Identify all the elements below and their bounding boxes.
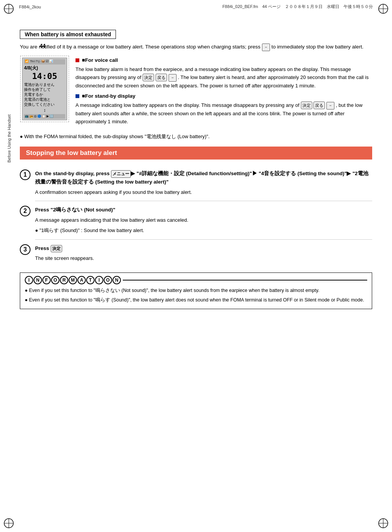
step3-description: The site screen reappears. [35, 255, 372, 263]
corner-mark-tr [378, 3, 389, 15]
info-i2: I [95, 276, 103, 284]
step1-instruction: On the stand-by display, press メニュー▶ "#詳… [35, 169, 372, 186]
right-text: ■For voice call The low battery alarm is… [76, 56, 372, 129]
step1-inner: 1 On the stand-by display, press メニュー▶ "… [20, 165, 372, 201]
step2-bullet: ● "1鳴らす (Sound)" : Sound the low battery… [35, 227, 372, 235]
modoru-key-inline: 戻る [156, 74, 167, 81]
phone-arrow: ↕ [24, 108, 65, 114]
end-key2: － [326, 102, 334, 110]
corner-mark-tl [3, 3, 14, 15]
phone-date: 4/8(火) [24, 65, 65, 71]
filename-bottom: F884i_020_BEF.fm 44 ページ ２００８年１月９日 水曜日 午後… [222, 4, 373, 10]
info-r: R [60, 276, 68, 284]
step2-number: 2 [20, 206, 31, 216]
corner-mark-bl [3, 517, 14, 529]
section1-intro: You are notified of it by a message or l… [20, 43, 372, 51]
step1-description: A confirmation screen appears asking if … [35, 189, 372, 197]
phone-status-bar: 📶 Tn i ? (- 📦 ☑ 📊 [24, 59, 65, 64]
ketei-key-inline: 決定 [143, 74, 154, 81]
phone-time: 14:05 [24, 71, 65, 82]
phone-section: 📶 Tn i ? (- 📦 ☑ 📊 4/8(火) 14:05 電池があ [20, 56, 372, 129]
information-title: I N F O R M A T I O N [25, 276, 367, 284]
phone-bottom-bar: 📺 📻 ◎ 🔵 📋 ▶ 🔢 [24, 114, 65, 119]
end-key-inline: － [169, 74, 177, 82]
section2: Stopping the low battery alert 1 On the … [20, 147, 372, 267]
section1: When battery is almost exhausted You are… [20, 30, 372, 140]
step1-number: 1 [20, 169, 31, 180]
navy-square-icon [76, 94, 79, 98]
corner-mark-br [378, 517, 389, 529]
voice-call-heading: ■For voice call [76, 57, 372, 63]
info-f: F [42, 276, 51, 284]
step3-instruction: Press 決定 [35, 244, 372, 253]
info-m: M [69, 276, 77, 284]
step3-inner: 3 Press 決定 The site screen reappears. [20, 240, 372, 267]
info-t: T [86, 276, 95, 284]
step1-wrapper: 1 On the stand-by display, press メニュー▶ "… [20, 165, 372, 201]
step2-wrapper: 2 Press "2鳴らさない (Not sound)" A message a… [20, 201, 372, 239]
stopping-heading: Stopping the low battery alert [20, 147, 372, 160]
phone-screen: 📶 Tn i ? (- 📦 ☑ 📊 4/8(火) 14:05 電池があ [22, 58, 67, 121]
info-bullet-1: ● Even if you set this function to "鳴らさな… [25, 287, 367, 294]
ketei-key-step3: 決定 [51, 245, 62, 253]
info-a: A [77, 276, 86, 284]
red-square-icon [76, 58, 79, 62]
ketei-key2: 決定 [301, 102, 312, 109]
modoru-key2: 戻る [313, 102, 325, 109]
step3-wrapper: 3 Press 決定 The site screen reappears. [20, 240, 372, 267]
menu-key: メニュー [111, 170, 131, 178]
info-i: I [25, 276, 33, 284]
top-bar: F884i_2kou F884i_020_BEF.fm 44 ページ ２００８年… [19, 4, 373, 10]
page-number: 44 [40, 43, 46, 49]
standby-heading: ■For stand-by display [76, 93, 372, 99]
info-n: N [112, 276, 121, 284]
filename-top: F884i_2kou [19, 5, 41, 9]
step1-content: On the stand-by display, press メニュー▶ "#詳… [35, 169, 372, 201]
step2-description: A message appears indicating that the lo… [35, 216, 372, 235]
information-section: I N F O R M A T I O N ● Even if you set … [20, 272, 372, 309]
foma-folded-bullet: ● With the FOMA terminal folded, the sub… [20, 133, 372, 141]
info-divider [123, 280, 367, 281]
side-label: Before Using the Handset [7, 114, 11, 163]
phone-message: 電池がありません操作を終了して充電するか充電済の電池と交換してください [24, 82, 65, 107]
info-o: O [51, 276, 59, 284]
section1-heading: When battery is almost exhausted [20, 30, 116, 39]
step2-content: Press "2鳴らさない (Not sound)" A message app… [35, 206, 372, 239]
step2-instruction: Press "2鳴らさない (Not sound)" [35, 206, 372, 214]
step2-inner: 2 Press "2鳴らさない (Not sound)" A message a… [20, 201, 372, 239]
phone-image-box: 📶 Tn i ? (- 📦 ☑ 📊 4/8(火) 14:05 電池があ [20, 56, 69, 129]
voice-call-text: The low battery alarm is heard from the … [76, 65, 372, 90]
info-o2: O [104, 276, 112, 284]
step3-number: 3 [20, 244, 31, 255]
main-content: 44 When battery is almost exhausted You … [20, 23, 372, 309]
info-n: N [34, 276, 42, 284]
info-bullet-2: ● Even if you set this function to "鳴らす … [25, 296, 367, 304]
standby-text: A message indicating low battery appears… [76, 101, 372, 126]
step3-content: Press 決定 The site screen reappears. [35, 244, 372, 267]
end-key-button: － [262, 44, 270, 51]
